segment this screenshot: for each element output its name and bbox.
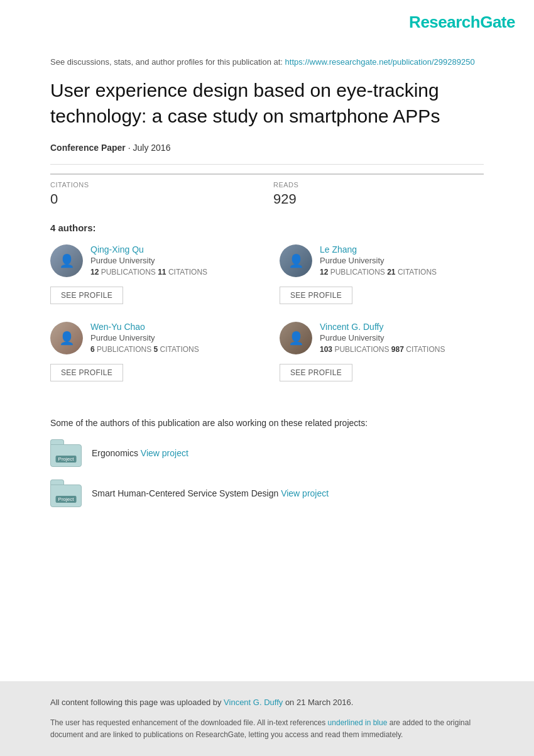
- paper-type-label: Conference Paper: [50, 143, 126, 153]
- header-logo: ResearchGate: [0, 0, 534, 38]
- avatar-face-2: 👤: [280, 244, 312, 277]
- project-link-1[interactable]: View project: [141, 448, 188, 458]
- see-profile-button-3[interactable]: SEE PROFILE: [50, 364, 123, 381]
- pub-link-prefix: See discussions, stats, and author profi…: [50, 57, 285, 67]
- author-info-1: Qing-Xing Qu Purdue University 12 PUBLIC…: [90, 244, 254, 282]
- author-top-2: 👤 Le Zhang Purdue University 12 PUBLICAT…: [280, 244, 484, 282]
- paper-type-sep: ·: [128, 143, 133, 153]
- folder-label-1: Project: [56, 456, 77, 463]
- project-folder-1: Project: [50, 439, 82, 467]
- authors-heading: 4 authors:: [50, 222, 484, 233]
- related-projects-heading: Some of the authors of this publication …: [50, 418, 484, 428]
- author-stats-3: 6 PUBLICATIONS 5 CITATIONS: [90, 345, 254, 354]
- author-avatar-4: 👤: [280, 322, 312, 354]
- author-pubs-2: 12: [320, 268, 328, 277]
- pub-link-url[interactable]: https://www.researchgate.net/publication…: [285, 57, 475, 67]
- author-avatar-3: 👤: [50, 322, 83, 354]
- project-folder-2: Project: [50, 479, 82, 507]
- folder-label-2: Project: [56, 496, 77, 503]
- author-info-2: Le Zhang Purdue University 12 PUBLICATIO…: [320, 244, 484, 282]
- footer-upload-date: on 21 March 2016.: [285, 698, 353, 707]
- author-card-1: 👤 Qing-Xing Qu Purdue University 12 PUBL…: [50, 244, 254, 304]
- author-cites-1: 11: [158, 268, 166, 277]
- avatar-face-3: 👤: [50, 322, 83, 354]
- project-name-1: Ergonomics: [92, 448, 138, 458]
- citations-block: CITATIONS 0: [50, 173, 273, 207]
- footer-note: The user has requested enhancement of th…: [50, 717, 484, 741]
- author-info-3: Wen-Yu Chao Purdue University 6 PUBLICAT…: [90, 322, 254, 359]
- avatar-face-4: 👤: [280, 322, 312, 354]
- paper-type: Conference Paper · July 2016: [50, 143, 484, 153]
- author-name-4[interactable]: Vincent G. Duffy: [320, 322, 484, 332]
- author-top-4: 👤 Vincent G. Duffy Purdue University 103…: [280, 322, 484, 359]
- author-top-1: 👤 Qing-Xing Qu Purdue University 12 PUBL…: [50, 244, 254, 282]
- folder-body-1: Project: [50, 444, 82, 467]
- footer-note-text: The user has requested enhancement of th…: [50, 718, 328, 727]
- avatar-face-1: 👤: [50, 244, 83, 277]
- paper-date: July 2016: [133, 143, 171, 153]
- citations-label: CITATIONS: [50, 181, 261, 189]
- main-content: See discussions, stats, and author profi…: [0, 38, 534, 681]
- reads-label: READS: [273, 181, 484, 189]
- author-name-1[interactable]: Qing-Xing Qu: [90, 244, 254, 255]
- related-projects-section: Some of the authors of this publication …: [50, 418, 484, 507]
- author-university-2: Purdue University: [320, 256, 484, 265]
- footer-note-link[interactable]: underlined in blue: [328, 718, 388, 727]
- author-card-2: 👤 Le Zhang Purdue University 12 PUBLICAT…: [280, 244, 484, 304]
- author-university-4: Purdue University: [320, 333, 484, 342]
- project-text-1: Ergonomics View project: [92, 448, 188, 458]
- footer-uploader-link[interactable]: Vincent G. Duffy: [224, 698, 283, 707]
- folder-body-2: Project: [50, 485, 82, 507]
- researchgate-logo: ResearchGate: [409, 13, 515, 31]
- author-cites-4: 987: [391, 345, 404, 354]
- divider: [50, 164, 484, 165]
- author-cites-2: 21: [387, 268, 395, 277]
- author-stats-2: 12 PUBLICATIONS 21 CITATIONS: [320, 268, 484, 277]
- author-avatar-2: 👤: [280, 244, 312, 277]
- footer-main: All content following this page was uplo…: [50, 696, 484, 709]
- project-text-2: Smart Human-Centered Service System Desi…: [92, 488, 329, 498]
- author-cites-3: 5: [154, 345, 158, 354]
- author-name-3[interactable]: Wen-Yu Chao: [90, 322, 254, 332]
- project-item-2: Project Smart Human-Centered Service Sys…: [50, 479, 484, 507]
- footer-main-text: All content following this page was uplo…: [50, 698, 224, 707]
- page-wrapper: ResearchGate See discussions, stats, and…: [0, 0, 534, 756]
- author-stats-4: 103 PUBLICATIONS 987 CITATIONS: [320, 345, 484, 354]
- reads-value: 929: [273, 191, 484, 207]
- stats-row: CITATIONS 0 READS 929: [50, 173, 484, 207]
- authors-grid: 👤 Qing-Xing Qu Purdue University 12 PUBL…: [50, 244, 484, 399]
- reads-block: READS 929: [273, 173, 484, 207]
- author-university-1: Purdue University: [90, 256, 254, 265]
- project-name-2: Smart Human-Centered Service System Desi…: [92, 488, 278, 498]
- see-profile-button-1[interactable]: SEE PROFILE: [50, 287, 123, 304]
- project-link-2[interactable]: View project: [281, 488, 329, 498]
- see-profile-button-4[interactable]: SEE PROFILE: [280, 364, 352, 381]
- see-profile-button-2[interactable]: SEE PROFILE: [280, 287, 352, 304]
- author-pubs-1: 12: [90, 268, 99, 277]
- author-top-3: 👤 Wen-Yu Chao Purdue University 6 PUBLIC…: [50, 322, 254, 359]
- footer-section: All content following this page was uplo…: [0, 681, 534, 756]
- author-pubs-4: 103: [320, 345, 332, 354]
- project-item-1: Project Ergonomics View project: [50, 439, 484, 467]
- citations-value: 0: [50, 191, 261, 207]
- author-info-4: Vincent G. Duffy Purdue University 103 P…: [320, 322, 484, 359]
- author-card-4: 👤 Vincent G. Duffy Purdue University 103…: [280, 322, 484, 381]
- author-avatar-1: 👤: [50, 244, 83, 277]
- pub-link-line: See discussions, stats, and author profi…: [50, 57, 484, 67]
- author-name-2[interactable]: Le Zhang: [320, 244, 484, 255]
- paper-title: User experience design based on eye-trac…: [50, 78, 484, 129]
- author-card-3: 👤 Wen-Yu Chao Purdue University 6 PUBLIC…: [50, 322, 254, 381]
- author-stats-1: 12 PUBLICATIONS 11 CITATIONS: [90, 268, 254, 277]
- author-pubs-3: 6: [90, 345, 95, 354]
- author-university-3: Purdue University: [90, 333, 254, 342]
